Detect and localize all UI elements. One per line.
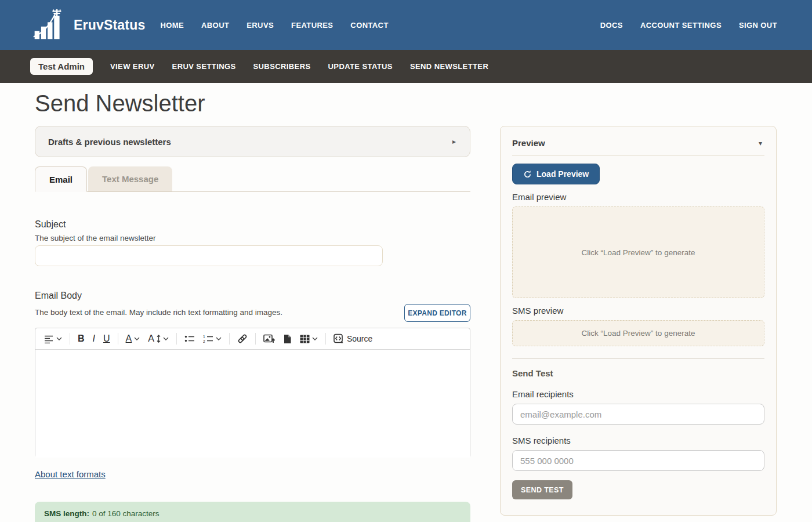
link-button[interactable] [234, 331, 251, 346]
insert-image-button[interactable] [260, 332, 278, 346]
sms-preview-label: SMS preview [512, 306, 764, 316]
nav-contact[interactable]: CONTACT [350, 21, 388, 30]
text-align-button[interactable] [40, 332, 66, 346]
nav-eruvs[interactable]: ERUVS [246, 21, 274, 30]
sms-recipients-label: SMS recipients [512, 436, 764, 445]
subject-help: The subject of the email newsletter [35, 234, 156, 242]
nav-account-settings[interactable]: ACCOUNT SETTINGS [640, 21, 722, 30]
nav-docs[interactable]: DOCS [600, 21, 623, 30]
sms-length-bar: SMS length: 0 of 160 characters [35, 502, 470, 522]
admin-nav-eruv-settings[interactable]: ERUV SETTINGS [172, 62, 236, 71]
svg-text:1: 1 [203, 335, 205, 339]
bulleted-list-button[interactable] [181, 332, 198, 345]
nav-features[interactable]: FEATURES [291, 21, 333, 30]
admin-nav-update-status[interactable]: UPDATE STATUS [328, 62, 393, 71]
subject-input[interactable] [35, 245, 383, 266]
preview-panel-header[interactable]: Preview ▾ [512, 126, 764, 155]
drafts-accordion[interactable]: Drafts & previous newsletters ▸ [35, 126, 470, 157]
brand-name[interactable]: EruvStatus [74, 17, 145, 33]
sms-preview-placeholder-text: Click “Load Preview” to generate [582, 329, 695, 338]
admin-nav-subscribers[interactable]: SUBSCRIBERS [253, 62, 311, 71]
nav-home[interactable]: HOME [160, 21, 184, 30]
bold-button[interactable]: B [74, 332, 88, 346]
sms-recipients-input[interactable] [512, 450, 764, 471]
caret-down-icon: ▾ [759, 139, 762, 147]
chevron-down-icon [163, 337, 169, 340]
preview-panel-title: Preview [512, 138, 545, 148]
preview-panel: Preview ▾ Load Preview Email preview Cli… [500, 126, 777, 516]
tab-text-message-label: Text Message [102, 174, 158, 184]
source-button[interactable]: Source [330, 331, 376, 346]
admin-navbar: Test Admin VIEW ERUV ERUV SETTINGS SUBSC… [0, 50, 812, 83]
svg-text:2: 2 [203, 339, 205, 343]
load-preview-label: Load Preview [536, 169, 589, 179]
nav-about[interactable]: ABOUT [201, 21, 229, 30]
rich-text-editor: B I U A A 12 [35, 328, 470, 458]
eruvstatus-logo-icon [32, 8, 64, 42]
drafts-accordion-label: Drafts & previous newsletters [48, 137, 171, 147]
email-preview-box: Click “Load Preview” to generate [512, 206, 764, 298]
editor-toolbar: B I U A A 12 [35, 328, 470, 350]
primary-nav: HOME ABOUT ERUVS FEATURES CONTACT [160, 21, 388, 30]
sms-preview-box: Click “Load Preview” to generate [512, 320, 764, 346]
caret-right-icon: ▸ [452, 137, 456, 146]
source-button-label: Source [347, 335, 372, 343]
refresh-icon [523, 170, 532, 179]
editor-content-area[interactable] [35, 350, 470, 458]
admin-badge[interactable]: Test Admin [30, 58, 93, 75]
email-body-help: The body text of the email. May include … [35, 308, 282, 317]
subject-label: Subject [35, 219, 66, 230]
italic-button[interactable]: I [89, 332, 99, 346]
toolbar-separator [118, 333, 118, 345]
toolbar-separator [229, 333, 230, 345]
channel-tabs: Email Text Message [35, 166, 470, 192]
email-preview-label: Email preview [512, 192, 764, 202]
sms-length-value: 0 of 160 characters [92, 509, 160, 518]
numbered-list-button[interactable]: 12 [200, 332, 225, 345]
underline-button[interactable]: U [100, 332, 114, 346]
insert-table-button[interactable] [296, 332, 321, 346]
panel-divider [512, 155, 764, 155]
admin-nav-send-newsletter[interactable]: SEND NEWSLETTER [410, 62, 488, 71]
about-text-formats-link[interactable]: About text formats [35, 469, 106, 479]
chevron-down-icon [312, 337, 318, 340]
account-nav: DOCS ACCOUNT SETTINGS SIGN OUT [600, 21, 777, 30]
load-preview-button[interactable]: Load Preview [512, 164, 600, 184]
chevron-down-icon [56, 337, 62, 340]
email-recipients-input[interactable] [512, 404, 764, 425]
top-navbar: EruvStatus HOME ABOUT ERUVS FEATURES CON… [0, 0, 812, 50]
sms-length-label: SMS length: [44, 509, 89, 518]
page-title: Send Newsletter [35, 90, 205, 117]
tab-text-message[interactable]: Text Message [88, 166, 172, 192]
email-recipients-label: Email recipients [512, 389, 764, 399]
section-divider [512, 358, 764, 358]
admin-nav-view-eruv[interactable]: VIEW ERUV [110, 62, 155, 71]
send-test-button[interactable]: SEND TEST [512, 480, 572, 499]
chevron-down-icon [134, 337, 140, 340]
font-size-button[interactable]: A [144, 332, 172, 346]
toolbar-separator [325, 333, 326, 345]
expand-editor-button[interactable]: EXPAND EDITOR [404, 304, 470, 322]
toolbar-separator [70, 333, 70, 345]
email-preview-placeholder-text: Click “Load Preview” to generate [582, 248, 695, 257]
tab-email[interactable]: Email [35, 166, 87, 192]
email-body-label: Email Body [35, 291, 82, 301]
nav-sign-out[interactable]: SIGN OUT [739, 21, 777, 30]
toolbar-separator [176, 333, 177, 345]
font-color-button[interactable]: A [122, 332, 144, 346]
insert-file-button[interactable] [280, 332, 295, 346]
send-test-title: Send Test [512, 368, 764, 378]
tab-email-label: Email [49, 175, 72, 184]
toolbar-separator [255, 333, 256, 345]
chevron-down-icon [216, 337, 222, 340]
